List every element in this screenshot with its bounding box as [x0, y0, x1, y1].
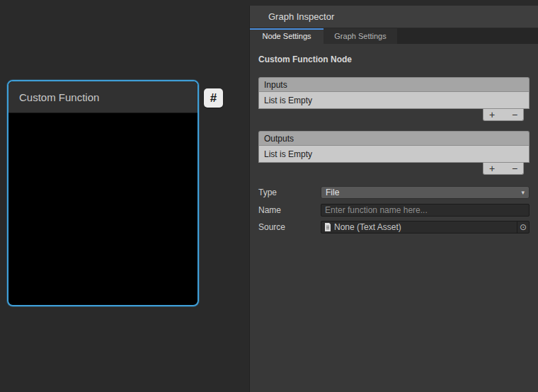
type-row: Type File ▾ [258, 186, 530, 199]
hash-badge-icon[interactable]: # [204, 88, 223, 108]
chevron-down-icon: ▾ [521, 189, 525, 196]
outputs-list-empty-row: List is Empty [258, 145, 530, 163]
inspector-body: Custom Function Node Inputs List is Empt… [250, 44, 538, 392]
type-dropdown-value: File [326, 188, 339, 197]
outputs-list-title: Outputs [264, 134, 294, 144]
inputs-list-header: Inputs [258, 77, 530, 91]
node-header[interactable]: Custom Function [8, 81, 198, 113]
name-label: Name [258, 205, 321, 215]
type-label: Type [258, 188, 321, 197]
graph-canvas[interactable]: Custom Function # [0, 0, 249, 392]
function-name-input[interactable] [321, 204, 530, 217]
inputs-list-empty-row: List is Empty [258, 91, 530, 109]
source-row: Source None (Text Asset) ⊙ [258, 221, 530, 234]
inputs-remove-button[interactable]: − [509, 110, 520, 120]
text-asset-icon [324, 223, 331, 231]
object-picker-icon[interactable]: ⊙ [517, 221, 529, 233]
tab-node-settings[interactable]: Node Settings [250, 28, 324, 44]
outputs-list-header: Outputs [258, 131, 530, 145]
inputs-footer-box: + − [483, 109, 524, 121]
inputs-list: Inputs List is Empty + − [258, 77, 530, 121]
hash-badge-label: # [210, 91, 217, 105]
inputs-empty-text: List is Empty [264, 96, 312, 105]
source-object-value: None (Text Asset) [334, 222, 401, 232]
source-object-field[interactable]: None (Text Asset) ⊙ [321, 221, 530, 234]
outputs-remove-button[interactable]: − [509, 163, 520, 173]
inspector-header[interactable]: Graph Inspector [250, 6, 538, 28]
outputs-list-footer: + − [258, 163, 530, 175]
outputs-list: Outputs List is Empty + − [258, 131, 530, 175]
inputs-list-title: Inputs [264, 80, 287, 90]
outputs-empty-text: List is Empty [264, 149, 312, 159]
tab-graph-settings[interactable]: Graph Settings [324, 28, 397, 44]
tab-graph-settings-label: Graph Settings [334, 32, 386, 40]
outputs-add-button[interactable]: + [486, 163, 498, 173]
outputs-footer-box: + − [483, 163, 524, 175]
name-row: Name [258, 203, 530, 217]
inputs-add-button[interactable]: + [486, 110, 498, 120]
graph-inspector-panel: Graph Inspector Node Settings Graph Sett… [249, 6, 538, 392]
custom-function-node[interactable]: Custom Function [7, 80, 199, 306]
inspector-title: Graph Inspector [268, 11, 334, 22]
node-properties: Type File ▾ Name Source [258, 186, 530, 234]
tab-node-settings-label: Node Settings [262, 32, 311, 40]
node-title: Custom Function [19, 91, 99, 103]
source-label: Source [258, 222, 321, 232]
inspector-tabbar: Node Settings Graph Settings [250, 28, 538, 44]
type-dropdown[interactable]: File ▾ [321, 186, 530, 199]
section-title: Custom Function Node [258, 54, 530, 64]
inputs-list-footer: + − [258, 109, 530, 121]
